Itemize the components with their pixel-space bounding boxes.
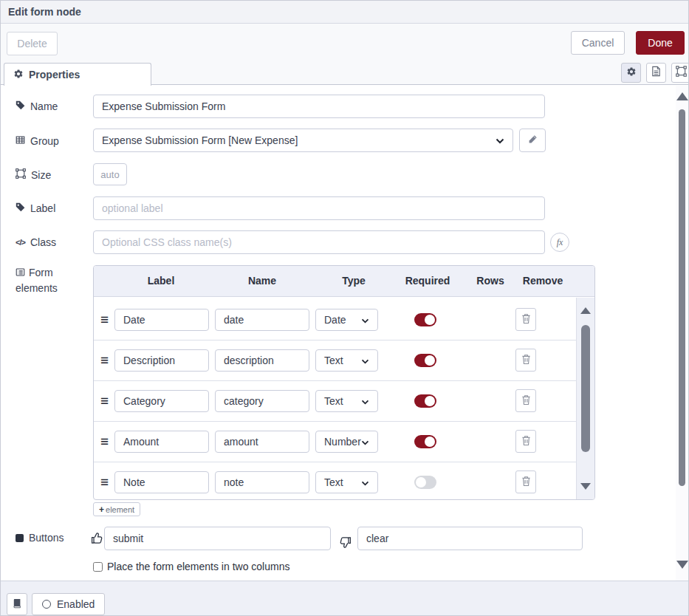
element-type-select[interactable]: Date — [315, 309, 378, 331]
submit-button-input[interactable] — [104, 527, 331, 550]
scrollbar-thumb[interactable] — [679, 109, 685, 486]
node-help-button[interactable] — [7, 593, 27, 615]
tab-properties-label: Properties — [29, 69, 80, 81]
form-element-row: ≡ Text — [94, 340, 577, 381]
element-name-input[interactable] — [215, 471, 309, 493]
scroll-up-arrow[interactable] — [580, 307, 591, 314]
form-elements-table-header: Label Name Type Required Rows Remove — [94, 266, 594, 297]
size-button[interactable]: auto — [93, 163, 127, 185]
dialog-toolbar: Delete Cancel Done — [1, 24, 688, 63]
element-name-input[interactable] — [215, 431, 309, 453]
two-columns-option: Place the form elements in two columns — [93, 561, 289, 572]
element-label-input[interactable] — [114, 349, 209, 372]
element-type-value: Date — [324, 314, 346, 326]
trash-icon — [521, 354, 531, 367]
element-name-input[interactable] — [215, 309, 309, 331]
delete-element-button[interactable] — [515, 349, 536, 372]
delete-element-button[interactable] — [515, 430, 536, 453]
element-label-input[interactable] — [114, 390, 209, 412]
element-type-select[interactable]: Text — [315, 349, 378, 372]
enabled-circle-icon — [42, 600, 51, 609]
required-toggle[interactable] — [414, 476, 436, 489]
class-input[interactable] — [93, 230, 545, 254]
delete-element-button[interactable] — [515, 470, 536, 493]
code-icon: </> — [16, 238, 25, 247]
element-type-select[interactable]: Text — [315, 471, 378, 493]
drag-handle-icon[interactable]: ≡ — [100, 353, 109, 367]
element-type-value: Text — [324, 395, 343, 407]
required-toggle[interactable] — [414, 435, 436, 448]
name-input[interactable] — [93, 95, 545, 118]
element-type-select[interactable]: Number — [315, 431, 378, 453]
column-header-name: Name — [248, 275, 276, 287]
edit-group-button[interactable] — [519, 129, 546, 152]
trash-icon — [521, 435, 531, 448]
object-group-icon — [676, 66, 687, 80]
form-elements-body: ≡ Date ≡ Text — [94, 298, 577, 499]
buttons-field-label: Buttons — [16, 532, 64, 544]
element-name-input[interactable] — [215, 390, 309, 412]
element-type-value: Text — [324, 476, 343, 488]
done-button[interactable]: Done — [636, 31, 685, 55]
class-expand-button[interactable]: fx — [550, 233, 569, 252]
required-toggle[interactable] — [414, 394, 436, 408]
chevron-down-icon — [496, 134, 504, 146]
two-columns-label: Place the form elements in two columns — [107, 561, 289, 572]
table-scrollbar[interactable] — [576, 298, 594, 499]
tag-icon — [16, 202, 25, 214]
two-columns-checkbox[interactable] — [93, 562, 103, 572]
add-element-button[interactable]: + element — [93, 502, 140, 516]
gear-icon — [626, 66, 637, 80]
scroll-down-arrow[interactable] — [580, 483, 591, 490]
element-name-input[interactable] — [215, 349, 309, 372]
element-type-select[interactable]: Text — [315, 390, 378, 412]
column-header-required: Required — [405, 275, 450, 287]
column-header-type: Type — [342, 275, 366, 287]
edit-form-node-dialog: Edit form node Delete Cancel Done Proper… — [0, 0, 689, 616]
scroll-up-arrow[interactable] — [676, 92, 688, 100]
label-field-label: Label — [16, 202, 55, 214]
clear-button-input[interactable] — [357, 527, 583, 550]
delete-button[interactable]: Delete — [7, 32, 58, 55]
square-icon — [16, 534, 24, 542]
fx-icon: fx — [557, 237, 563, 248]
label-input[interactable] — [93, 196, 545, 220]
element-label-input[interactable] — [114, 431, 209, 453]
drag-handle-icon[interactable]: ≡ — [100, 475, 109, 489]
scroll-down-arrow[interactable] — [676, 561, 688, 569]
required-toggle[interactable] — [414, 354, 436, 367]
toggle-knob — [425, 396, 435, 406]
column-header-remove: Remove — [523, 275, 563, 287]
element-label-input[interactable] — [114, 471, 209, 493]
thumbs-up-icon — [91, 532, 103, 547]
description-view-button[interactable] — [646, 63, 666, 83]
scrollbar-thumb[interactable] — [581, 325, 590, 452]
enabled-toggle-button[interactable]: Enabled — [32, 593, 105, 615]
required-toggle[interactable] — [414, 313, 436, 326]
book-icon — [12, 598, 22, 611]
dialog-footer: Enabled — [1, 581, 688, 616]
element-label-input[interactable] — [114, 309, 209, 331]
delete-element-button[interactable] — [515, 308, 536, 331]
cancel-button[interactable]: Cancel — [571, 31, 625, 55]
form-element-row: ≡ Text — [94, 381, 577, 422]
main-scrollbar[interactable] — [676, 86, 688, 581]
toggle-knob — [425, 437, 435, 447]
delete-element-button[interactable] — [515, 389, 536, 412]
tag-icon — [16, 100, 25, 112]
properties-view-button[interactable] — [621, 63, 641, 83]
drag-handle-icon[interactable]: ≡ — [100, 394, 109, 408]
toggle-knob — [416, 477, 426, 487]
group-select[interactable]: Expense Submission Form [New Expense] — [93, 129, 513, 152]
thumbs-down-icon — [339, 533, 352, 549]
tab-properties[interactable]: Properties — [4, 63, 151, 86]
appearance-view-button[interactable] — [671, 63, 689, 83]
chevron-down-icon — [361, 395, 369, 407]
drag-handle-icon[interactable]: ≡ — [100, 312, 109, 326]
column-header-rows: Rows — [476, 275, 504, 287]
table-icon — [16, 135, 25, 147]
drag-handle-icon[interactable]: ≡ — [100, 434, 109, 448]
gear-icon — [13, 69, 24, 81]
element-type-value: Number — [324, 436, 361, 448]
chevron-down-icon — [361, 436, 369, 448]
